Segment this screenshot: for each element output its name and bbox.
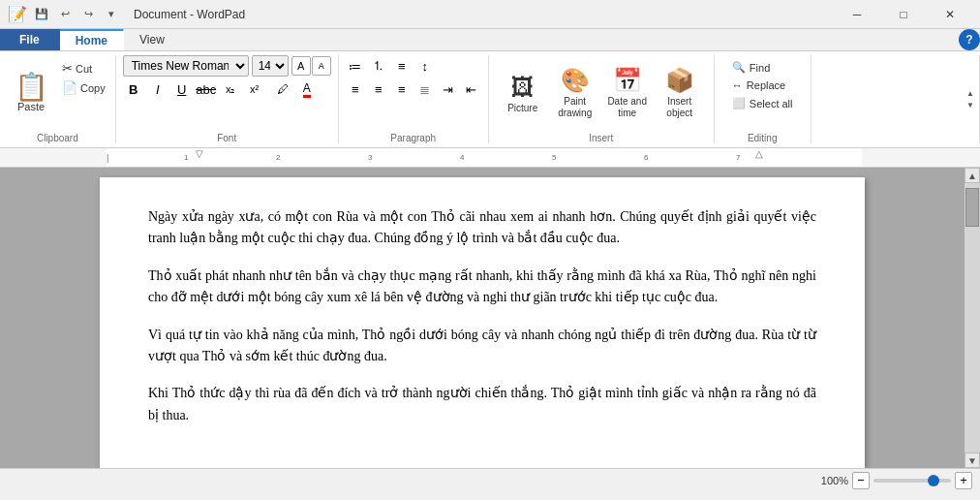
- strikethrough-button[interactable]: abc: [196, 78, 217, 100]
- font-family-select[interactable]: Times New Roman: [123, 55, 249, 77]
- indent-more-button[interactable]: ⇥: [438, 78, 459, 100]
- cut-button[interactable]: ✂ Cut: [58, 59, 109, 78]
- tab-view[interactable]: View: [124, 29, 181, 50]
- title-bar-left: 📝 💾 ↩ ↪ ▾ Document - WordPad: [8, 4, 245, 25]
- ruler-marker-4: 4: [460, 153, 464, 162]
- undo-button[interactable]: ↩: [54, 4, 76, 25]
- indent-less-button[interactable]: ⇤: [461, 78, 482, 100]
- subscript-button[interactable]: x₂: [220, 78, 241, 100]
- replace-icon: ↔: [732, 79, 743, 91]
- underline-button[interactable]: U: [171, 78, 193, 100]
- copy-icon: 📄: [62, 80, 77, 95]
- datetime-label: Date andtime: [607, 96, 647, 119]
- find-icon: 🔍: [732, 61, 746, 74]
- select-all-button[interactable]: ⬜ Select all: [726, 95, 799, 111]
- ruler-marker-5: 5: [552, 153, 556, 162]
- scroll-track[interactable]: [965, 183, 980, 453]
- font-group: Times New Roman 14 A A B I U abc x₂ x²: [116, 55, 339, 143]
- scroll-thumb[interactable]: [965, 188, 979, 227]
- paste-icon: 📋: [15, 74, 48, 101]
- align-center-button[interactable]: ≡: [368, 78, 389, 100]
- ribbon-nav: ▲ ▼: [962, 55, 980, 143]
- ribbon-nav-down[interactable]: ▼: [964, 100, 977, 111]
- replace-button[interactable]: ↔ Replace: [726, 78, 791, 93]
- insert-label: Insert: [589, 131, 613, 143]
- paint-label: Paintdrawing: [558, 96, 592, 119]
- ruler-inner: | 1 2 3 4 5 6 7 ▽ △: [107, 148, 862, 167]
- copy-label: Copy: [80, 82, 106, 94]
- line-spacing-button[interactable]: ↕: [414, 55, 436, 77]
- document-page[interactable]: Ngày xửa ngày xưa, có một con Rùa và một…: [100, 177, 865, 468]
- shrink-font-button[interactable]: A: [312, 56, 331, 76]
- paragraph-3[interactable]: Vì quá tự tin vào khả năng của mình, Thỏ…: [148, 325, 816, 368]
- close-button[interactable]: ✕: [928, 0, 972, 29]
- status-bar: 100% − +: [0, 468, 980, 491]
- ribbon: 📋 Paste ✂ Cut 📄 Copy Clipboard Times New…: [0, 51, 980, 148]
- save-button[interactable]: 💾: [31, 4, 52, 25]
- tab-file[interactable]: File: [0, 29, 60, 50]
- align-justify-button[interactable]: ≣: [414, 78, 436, 100]
- font-label: Font: [217, 131, 236, 143]
- ribbon-nav-up[interactable]: ▲: [964, 88, 977, 100]
- insert-picture-button[interactable]: 🖼 Picture: [499, 70, 547, 117]
- insert-paint-button[interactable]: 🎨 Paintdrawing: [551, 63, 599, 123]
- italic-button[interactable]: I: [147, 78, 168, 100]
- paste-button[interactable]: 📋 Paste: [6, 55, 56, 131]
- grow-font-button[interactable]: A: [291, 56, 311, 76]
- cut-icon: ✂: [62, 61, 73, 76]
- tab-home[interactable]: Home: [60, 29, 124, 50]
- font-row2: B I U abc x₂ x² 🖊 A: [123, 78, 318, 100]
- find-button[interactable]: 🔍 Find: [726, 59, 776, 76]
- copy-button[interactable]: 📄 Copy: [58, 78, 109, 97]
- editing-content: 🔍 Find ↔ Replace ⬜ Select all: [726, 55, 799, 131]
- list-bullets-button[interactable]: ≔: [345, 55, 366, 77]
- clipboard-label: Clipboard: [37, 131, 78, 143]
- zoom-thumb[interactable]: [928, 475, 939, 486]
- insert-datetime-button[interactable]: 📅 Date andtime: [603, 63, 652, 123]
- superscript-button[interactable]: x²: [244, 78, 265, 100]
- picture-icon: 🖼: [511, 74, 535, 101]
- window-title: Document - WordPad: [134, 8, 245, 21]
- editing-label: Editing: [748, 131, 778, 143]
- find-label: Find: [750, 62, 770, 74]
- bold-button[interactable]: B: [123, 78, 144, 100]
- align-right-button[interactable]: ≡: [391, 78, 413, 100]
- font-row1: Times New Roman 14 A A: [123, 55, 331, 77]
- datetime-icon: 📅: [613, 67, 642, 94]
- para-row1: ≔ ⒈ ≡ ↕: [345, 55, 436, 77]
- select-all-label: Select all: [750, 98, 793, 109]
- maximize-button[interactable]: □: [881, 0, 926, 29]
- font-size-select[interactable]: 14: [252, 55, 289, 77]
- insert-object-button[interactable]: 📦 Insertobject: [656, 63, 704, 123]
- scroll-up-button[interactable]: ▲: [965, 168, 980, 183]
- list-style-button[interactable]: ≡: [391, 55, 413, 77]
- text-color-button[interactable]: A: [296, 78, 318, 100]
- document-scroll-area[interactable]: Ngày xửa ngày xưa, có một con Rùa và một…: [0, 168, 965, 468]
- paragraph-2[interactable]: Thỏ xuất phát nhanh như tên bắn và chạy …: [148, 266, 816, 309]
- zoom-percent: 100%: [821, 475, 848, 486]
- redo-button[interactable]: ↪: [77, 4, 99, 25]
- editing-group: 🔍 Find ↔ Replace ⬜ Select all Editing: [715, 55, 812, 143]
- help-button[interactable]: ?: [959, 29, 980, 50]
- app-icon: 📝: [8, 5, 27, 23]
- zoom-in-button[interactable]: +: [955, 472, 972, 489]
- paragraph-4[interactable]: Khi Thỏ thức dậy thì rùa đã đến đích và …: [148, 383, 816, 426]
- align-left-button[interactable]: ≡: [345, 78, 366, 100]
- list-numbers-button[interactable]: ⒈: [368, 55, 389, 77]
- para-content: ≔ ⒈ ≡ ↕ ≡ ≡ ≡ ≣ ⇥ ⇤: [345, 55, 482, 131]
- paste-label: Paste: [17, 101, 45, 112]
- quick-access-dropdown[interactable]: ▾: [101, 4, 122, 25]
- minimize-button[interactable]: ─: [835, 0, 879, 29]
- scroll-down-button[interactable]: ▼: [965, 453, 980, 468]
- vertical-scrollbar[interactable]: ▲ ▼: [965, 168, 980, 468]
- para-row2: ≡ ≡ ≡ ≣ ⇥ ⇤: [345, 78, 482, 100]
- highlight-color-button[interactable]: 🖊: [272, 78, 293, 100]
- paragraph-1[interactable]: Ngày xửa ngày xưa, có một con Rùa và một…: [148, 206, 816, 250]
- replace-label: Replace: [747, 79, 785, 91]
- text-color-icon: A: [303, 81, 311, 98]
- title-bar: 📝 💾 ↩ ↪ ▾ Document - WordPad ─ □ ✕: [0, 0, 980, 29]
- clipboard-content: 📋 Paste ✂ Cut 📄 Copy: [6, 55, 109, 131]
- ruler-marker-2: 2: [276, 153, 280, 162]
- zoom-out-button[interactable]: −: [852, 472, 870, 489]
- zoom-slider[interactable]: [873, 479, 951, 483]
